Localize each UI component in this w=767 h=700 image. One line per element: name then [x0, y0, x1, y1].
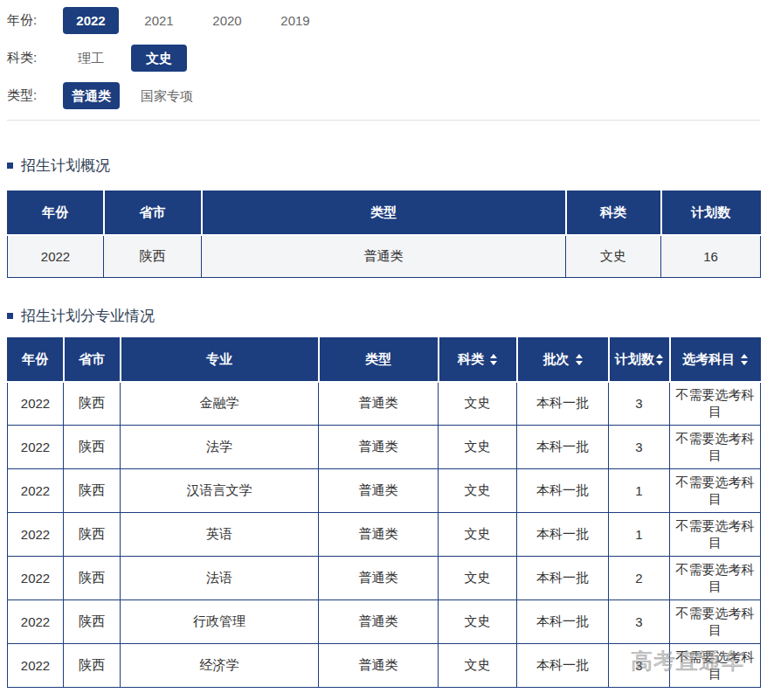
cell: 普通类 [319, 426, 439, 469]
col-header-elective-subjects[interactable]: 选考科目 [670, 338, 761, 382]
col-header-label: 科类 [458, 351, 484, 368]
cell: 普通类 [319, 557, 439, 600]
cell: 陕西 [64, 513, 121, 557]
subject-option-science[interactable]: 理工 [63, 45, 119, 72]
cell: 2022 [8, 644, 64, 688]
col-header-province: 省市 [104, 191, 202, 235]
subject-filter-options: 理工 文史 [63, 45, 199, 72]
header-row: 年份 省市 专业 类型 科类 批次 计划数 选考科目 [8, 338, 761, 382]
table-row: 2022 陕西 法学 普通类 文史 本科一批 3 不需要选考科目 [8, 426, 761, 469]
cell: 普通类 [319, 513, 439, 557]
year-option-2019[interactable]: 2019 [267, 7, 323, 34]
type-option-national-special[interactable]: 国家专项 [132, 82, 202, 109]
subject-filter-row: 科类: 理工 文史 [7, 45, 760, 72]
cell: 本科一批 [517, 513, 609, 557]
col-header-type: 类型 [202, 191, 566, 235]
type-option-regular[interactable]: 普通类 [63, 82, 120, 109]
cell: 1 [609, 469, 670, 513]
table-row: 2022 陕西 汉语言文学 普通类 文史 本科一批 1 不需要选考科目 [8, 469, 761, 513]
col-header-year: 年份 [8, 338, 64, 382]
cell: 陕西 [64, 469, 121, 513]
cell: 普通类 [319, 382, 439, 426]
cell: 陕西 [64, 557, 121, 600]
cell: 本科一批 [517, 426, 609, 469]
cell: 3 [609, 382, 670, 426]
cell: 2022 [8, 513, 64, 557]
admission-plan-page: 年份: 2022 2021 2020 2019 科类: 理工 文史 类型: 普通… [0, 0, 767, 695]
cell: 陕西 [64, 600, 121, 644]
table-row: 2022 陕西 行政管理 普通类 文史 本科一批 3 不需要选考科目 [8, 600, 761, 644]
cell: 本科一批 [517, 600, 609, 644]
sort-icon[interactable] [490, 354, 497, 365]
cell: 文史 [439, 557, 517, 600]
cell: 本科一批 [517, 557, 609, 600]
cell: 陕西 [64, 382, 121, 426]
cell: 本科一批 [517, 382, 609, 426]
bullet-icon [7, 163, 13, 169]
cell: 2022 [8, 600, 64, 644]
type-filter-row: 类型: 普通类 国家专项 [7, 82, 760, 109]
col-header-subject[interactable]: 科类 [439, 338, 517, 382]
sort-icon[interactable] [656, 354, 663, 365]
majors-table: 年份 省市 专业 类型 科类 批次 计划数 选考科目 2022 [7, 337, 761, 688]
cell: 2022 [8, 235, 104, 278]
subject-option-liberal-arts[interactable]: 文史 [131, 45, 187, 72]
cell: 普通类 [319, 644, 439, 688]
cell: 普通类 [202, 235, 566, 278]
cell: 2022 [8, 469, 64, 513]
year-filter-options: 2022 2021 2020 2019 [63, 7, 335, 34]
cell: 普通类 [319, 469, 439, 513]
col-header-label: 计划数 [615, 351, 654, 368]
col-header-plan-count[interactable]: 计划数 [609, 338, 670, 382]
filter-panel: 年份: 2022 2021 2020 2019 科类: 理工 文史 类型: 普通… [7, 7, 760, 109]
cell: 英语 [121, 513, 319, 557]
cell: 本科一批 [517, 644, 609, 688]
col-header-province: 省市 [64, 338, 121, 382]
year-option-2022[interactable]: 2022 [63, 7, 119, 34]
cell: 金融学 [121, 382, 319, 426]
cell: 不需要选考科目 [670, 557, 761, 600]
col-header-batch[interactable]: 批次 [517, 338, 609, 382]
table-row: 2022 陕西 英语 普通类 文史 本科一批 1 不需要选考科目 [8, 513, 761, 557]
cell: 不需要选考科目 [670, 644, 761, 688]
subject-filter-label: 科类: [7, 50, 63, 66]
cell: 文史 [439, 600, 517, 644]
sort-icon[interactable] [741, 354, 748, 365]
type-filter-options: 普通类 国家专项 [63, 82, 214, 109]
cell: 陕西 [64, 426, 121, 469]
cell: 陕西 [64, 644, 121, 688]
cell: 不需要选考科目 [670, 426, 761, 469]
cell: 不需要选考科目 [670, 469, 761, 513]
sort-icon[interactable] [576, 354, 583, 365]
cell: 文史 [439, 644, 517, 688]
cell: 2022 [8, 557, 64, 600]
cell: 文史 [439, 382, 517, 426]
cell: 行政管理 [121, 600, 319, 644]
table-row: 2022 陕西 法语 普通类 文史 本科一批 2 不需要选考科目 [8, 557, 761, 600]
year-option-2020[interactable]: 2020 [199, 7, 255, 34]
majors-section-title: 招生计划分专业情况 [7, 306, 760, 326]
cell: 经济学 [121, 644, 319, 688]
col-header-major: 专业 [121, 338, 319, 382]
year-option-2021[interactable]: 2021 [131, 7, 187, 34]
bullet-icon [7, 313, 13, 319]
col-header-year: 年份 [8, 191, 104, 235]
col-header-type: 类型 [319, 338, 439, 382]
cell: 文史 [439, 513, 517, 557]
cell: 2 [609, 557, 670, 600]
cell: 不需要选考科目 [670, 513, 761, 557]
cell: 普通类 [319, 600, 439, 644]
section-title-text: 招生计划概况 [21, 156, 110, 176]
table-row: 2022 陕西 金融学 普通类 文史 本科一批 3 不需要选考科目 [8, 382, 761, 426]
cell: 文史 [439, 426, 517, 469]
cell: 法学 [121, 426, 319, 469]
cell: 3 [609, 600, 670, 644]
divider [7, 120, 760, 121]
cell: 3 [609, 426, 670, 469]
cell: 汉语言文学 [121, 469, 319, 513]
overview-table: 年份 省市 类型 科类 计划数 2022 陕西 普通类 文史 16 [7, 191, 761, 278]
cell: 法语 [121, 557, 319, 600]
col-header-label: 选考科目 [682, 351, 735, 368]
cell: 陕西 [104, 235, 202, 278]
cell: 2022 [8, 382, 64, 426]
